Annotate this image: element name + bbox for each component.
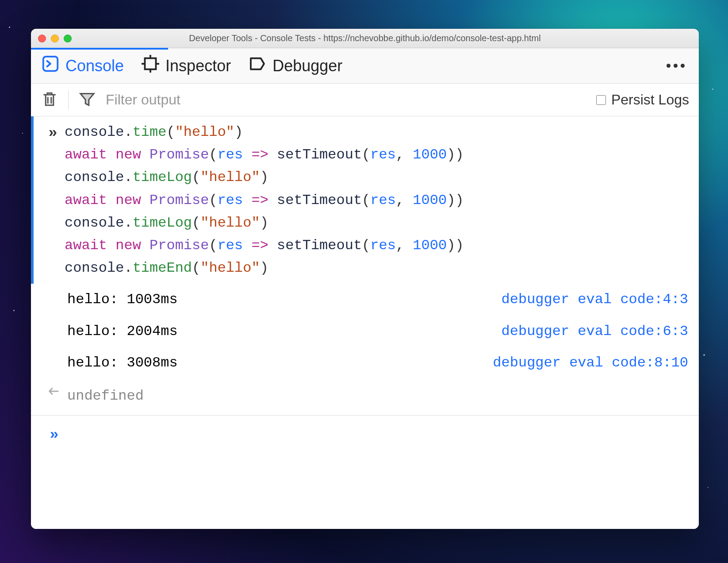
zoom-window-button[interactable] (64, 35, 72, 42)
log-message: hello: 3008ms (67, 351, 493, 374)
debugger-icon (249, 55, 266, 77)
input-prompt-icon: » (40, 121, 65, 279)
close-window-button[interactable] (38, 35, 46, 42)
persist-logs-toggle[interactable]: Persist Logs (596, 92, 689, 108)
return-arrow-icon (40, 385, 67, 407)
return-value: undefined (67, 385, 690, 407)
prompt-icon: » (40, 423, 67, 447)
inspector-icon (142, 55, 159, 77)
devtools-window: Developer Tools - Console Tests - https:… (31, 29, 699, 529)
log-message: hello: 2004ms (67, 320, 502, 343)
tab-inspector-label: Inspector (165, 57, 231, 75)
input-code: console.time("hello") await new Promise(… (65, 121, 690, 279)
log-source-link[interactable]: debugger eval code:6:3 (502, 320, 688, 343)
log-message: hello: 1003ms (67, 288, 502, 311)
toolbar-divider (68, 90, 69, 110)
log-gutter (40, 351, 67, 374)
tab-console[interactable]: Console (42, 55, 124, 77)
log-source-link[interactable]: debugger eval code:4:3 (502, 288, 688, 311)
console-toolbar: Persist Logs (31, 84, 699, 116)
active-tab-indicator (31, 48, 168, 50)
log-gutter (40, 288, 67, 311)
console-log-row: hello: 2004msdebugger eval code:6:3 (31, 316, 699, 347)
funnel-icon (78, 90, 96, 108)
overflow-menu-button[interactable] (667, 64, 688, 68)
persist-logs-label: Persist Logs (611, 92, 689, 108)
tab-inspector[interactable]: Inspector (142, 55, 231, 77)
console-return-row: undefined (31, 378, 699, 416)
tab-console-label: Console (65, 57, 124, 75)
tab-debugger[interactable]: Debugger (249, 55, 342, 77)
console-icon (42, 55, 59, 77)
minimize-window-button[interactable] (51, 35, 59, 42)
clear-console-button[interactable] (41, 90, 58, 110)
console-log-row: hello: 1003msdebugger eval code:4:3 (31, 284, 699, 315)
console-input[interactable] (67, 423, 690, 447)
console-log-row: hello: 3008msdebugger eval code:8:10 (31, 347, 699, 378)
filter-input[interactable] (106, 92, 586, 108)
filter-button[interactable] (78, 90, 96, 110)
persist-logs-checkbox[interactable] (596, 95, 606, 105)
titlebar[interactable]: Developer Tools - Console Tests - https:… (31, 29, 699, 48)
svg-rect-1 (145, 58, 156, 69)
console-output[interactable]: » console.time("hello") await new Promis… (31, 116, 699, 529)
log-gutter (40, 320, 67, 343)
trash-icon (41, 90, 58, 108)
log-source-link[interactable]: debugger eval code:8:10 (493, 351, 688, 374)
devtools-tabstrip: Console Inspector Debugger (31, 48, 699, 84)
tab-debugger-label: Debugger (272, 57, 342, 75)
window-title: Developer Tools - Console Tests - https:… (31, 33, 699, 43)
console-prompt-row[interactable]: » (31, 416, 699, 454)
console-input-echo: » console.time("hello") await new Promis… (31, 116, 699, 284)
